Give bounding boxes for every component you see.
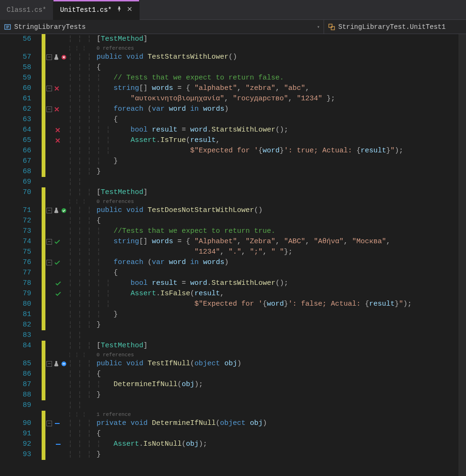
dash-icon [54,420,61,427]
svg-rect-8 [56,444,61,445]
close-icon[interactable] [127,6,132,14]
x-icon [55,127,61,133]
check-icon [55,280,62,287]
nav-bar: StringLibraryTests ▾ StringLibraryTest.U… [0,20,466,34]
svg-rect-7 [55,423,60,424]
class-icon [328,23,335,31]
check-icon [54,238,61,245]
fold-icon[interactable]: − [46,106,52,112]
svg-rect-2 [331,26,334,30]
gutter [45,34,68,44]
code-text: [TestMethod] [97,34,466,44]
codelens[interactable]: 0 references [97,44,466,52]
svg-rect-1 [329,24,332,27]
fold-icon[interactable]: − [46,361,52,367]
test-pass-icon [62,208,66,213]
fold-icon[interactable]: − [46,54,52,60]
line-number: 56 [0,34,42,44]
test-fail-icon [62,55,66,60]
dash-icon [55,441,62,448]
gutter[interactable]: − [45,52,68,62]
nav-scope-dropdown[interactable]: StringLibraryTests ▾ [0,20,324,34]
code-editor[interactable]: 56¦ ¦ ¦[TestMethod] ¦ ¦ ¦0 references 57… [0,34,466,476]
x-icon [54,86,60,91]
nav-member-text: StringLibraryTest.UnitTest1 [338,23,446,31]
chevron-down-icon: ▾ [317,24,320,30]
codelens[interactable]: 0 references [97,198,466,205]
pin-icon[interactable] [116,6,122,14]
x-icon [54,106,60,112]
code-text: public void TestStartsWithLower() [97,52,466,62]
fold-icon[interactable]: − [46,260,52,265]
nav-member-dropdown[interactable]: StringLibraryTest.UnitTest1 [324,20,466,34]
codelens[interactable]: 1 reference [97,411,466,418]
indent-guides: ¦ ¦ ¦ [68,34,97,44]
svg-rect-6 [63,363,65,364]
tab-label: Class1.cs* [7,6,46,14]
line-number: 57 [0,52,42,62]
tabs-bar: Class1.cs* UnitTest1.cs* [0,0,466,20]
fold-icon[interactable]: − [46,86,52,91]
mod-indicator [42,34,45,44]
fold-icon[interactable]: − [46,239,52,245]
x-icon [55,138,61,143]
tab-unittest1[interactable]: UnitTest1.cs* [53,0,140,20]
nav-scope-text: StringLibraryTests [14,23,86,31]
test-beaker-icon[interactable] [53,361,60,367]
check-icon [55,291,62,297]
tab-class1[interactable]: Class1.cs* [0,0,53,20]
fold-icon[interactable]: − [46,421,52,426]
fold-icon[interactable]: − [46,208,52,213]
check-icon [54,259,61,266]
tab-label: UnitTest1.cs* [60,6,112,14]
test-notrun-icon [62,361,66,366]
svg-point-4 [62,208,66,213]
test-beaker-icon[interactable] [53,207,60,214]
namespace-icon [4,23,11,31]
vertical-scrollbar[interactable] [458,34,466,476]
codelens[interactable]: 0 references [97,351,466,359]
test-beaker-icon[interactable] [53,54,60,61]
